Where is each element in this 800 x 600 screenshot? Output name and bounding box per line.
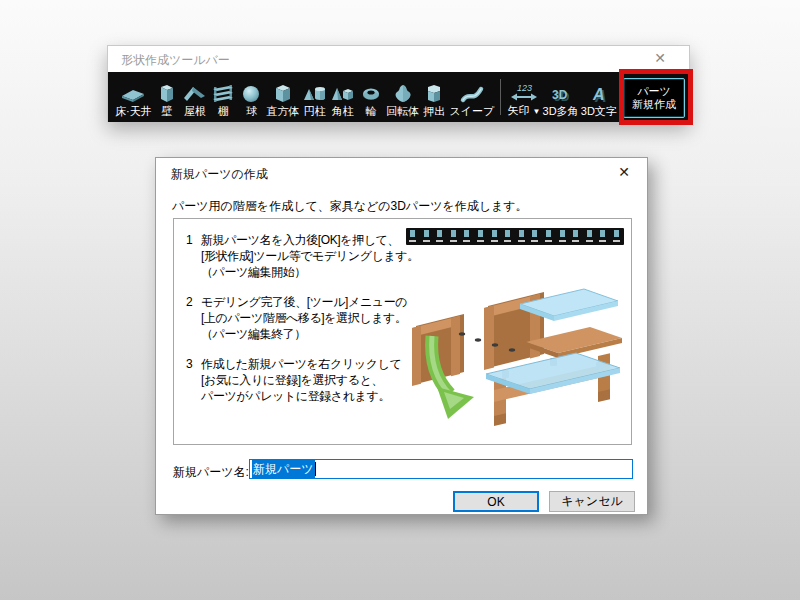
new-part-button-line2: 新規作成: [632, 98, 676, 111]
toolbar-item-label: 押出: [423, 105, 445, 118]
torus-icon: [358, 83, 384, 105]
toolbar-item-3d-polygon[interactable]: 3D 3D 3D多角: [541, 76, 579, 118]
box-icon: [270, 83, 296, 105]
toolbar-title: 形状作成ツールバー: [121, 52, 230, 69]
toolbar-item-label: 屋根: [184, 105, 206, 118]
mini-toolbar-image: [406, 228, 624, 245]
toolbar-separator: [500, 79, 501, 115]
svg-text:3D: 3D: [552, 88, 568, 102]
table-assembly-illustration: [404, 228, 626, 438]
sphere-icon: [238, 83, 264, 105]
roof-icon: [182, 83, 208, 105]
step-2: 2 モデリング完了後、[ツール]メニューの [上のパーツ階層へ移る]を選択します…: [186, 294, 408, 342]
sweep-icon: [459, 83, 485, 105]
step-1: 1 新規パーツ名を入力後[OK]を押して、 [形状作成]ツール等でモデリングしま…: [186, 232, 408, 280]
text-caret: [315, 462, 316, 476]
toolbar-item-arrow[interactable]: 123 矢印 ▼: [506, 76, 541, 118]
toolbar-item-label: 3D多角: [543, 105, 579, 118]
instruction-steps: 1 新規パーツ名を入力後[OK]を押して、 [形状作成]ツール等でモデリングしま…: [186, 232, 408, 418]
3d-text-icon: A A: [586, 83, 612, 105]
new-part-create-button[interactable]: パーツ 新規作成: [623, 78, 685, 118]
toolbar-item-cylinder[interactable]: 円柱: [301, 76, 329, 118]
toolbar-item-label: 角柱: [332, 105, 354, 118]
toolbar-item-label: 球: [246, 105, 257, 118]
toolbar-item-3d-text[interactable]: A A 3D文字: [580, 76, 618, 118]
toolbar-item-label: 壁: [161, 105, 172, 118]
toolbar-item-label: 直方体: [267, 105, 300, 118]
toolbar-item-shelf[interactable]: 棚: [209, 76, 237, 118]
toolbar-item-roof[interactable]: 屋根: [181, 76, 209, 118]
svg-text:A: A: [592, 86, 605, 103]
ok-button[interactable]: OK: [453, 491, 539, 512]
toolbar-item-prism[interactable]: 角柱: [329, 76, 357, 118]
toolbar-item-revolve[interactable]: 回転体: [385, 76, 420, 118]
revolve-icon: [390, 83, 416, 105]
3d-polygon-icon: 3D 3D: [546, 83, 576, 105]
prism-icon: [330, 83, 356, 105]
toolbar-item-label: スイープ: [449, 105, 494, 118]
toolbar-item-sphere[interactable]: 球: [237, 76, 265, 118]
selected-input-text: 新規パーツ: [252, 460, 315, 479]
desktop-background: 形状作成ツールバー ✕ 床·天井: [0, 0, 800, 600]
toolbar-item-torus[interactable]: 輪: [357, 76, 385, 118]
svg-text:123: 123: [517, 83, 532, 93]
step-3: 3 作成した新規パーツを右クリックして [お気に入りに登録]を選択すると、 パー…: [186, 356, 408, 404]
cancel-button[interactable]: キャンセル: [549, 491, 635, 512]
chevron-down-icon: ▼: [532, 107, 540, 116]
floor-ceiling-icon: [120, 83, 146, 105]
toolbar-item-wall[interactable]: 壁: [153, 76, 181, 118]
toolbar-item-label: 輪: [366, 105, 377, 118]
shelf-icon: [210, 83, 236, 105]
toolbar-item-label: 3D文字: [581, 105, 617, 118]
toolbar-item-sweep[interactable]: スイープ: [448, 76, 495, 118]
toolbar-body: 床·天井 壁 屋根: [108, 72, 689, 122]
extrude-icon: [421, 83, 447, 105]
toolbar-item-label: 棚: [218, 105, 229, 118]
new-part-button-line1: パーツ: [637, 85, 671, 98]
instruction-panel: 1 新規パーツ名を入力後[OK]を押して、 [形状作成]ツール等でモデリングしま…: [173, 218, 632, 445]
toolbar-item-floor-ceiling[interactable]: 床·天井: [114, 76, 153, 118]
toolbar-item-box[interactable]: 直方体: [265, 76, 300, 118]
cylinder-icon: [302, 83, 328, 105]
close-icon[interactable]: ✕: [614, 164, 634, 180]
new-part-name-label: 新規パーツ名:: [173, 464, 249, 481]
close-icon[interactable]: ✕: [651, 50, 669, 66]
wall-icon: [154, 83, 180, 105]
dialog-subtitle: パーツ用の階層を作成して、家具などの3Dパーツを作成します。: [172, 198, 528, 215]
arrow-icon: 123: [509, 82, 539, 104]
toolbar-titlebar[interactable]: 形状作成ツールバー ✕: [108, 46, 689, 72]
shape-toolbar-window: 形状作成ツールバー ✕ 床·天井: [107, 45, 690, 122]
toolbar-item-label: 床·天井: [115, 105, 152, 118]
dialog-title: 新規パーツの作成: [171, 166, 268, 183]
exploded-table-image: [404, 250, 626, 435]
new-part-name-input[interactable]: 新規パーツ: [249, 459, 633, 479]
toolbar-item-label: 矢印 ▼: [507, 104, 540, 118]
toolbar-item-extrude[interactable]: 押出: [420, 76, 448, 118]
new-part-dialog: 新規パーツの作成 ✕ パーツ用の階層を作成して、家具などの3Dパーツを作成します…: [155, 157, 648, 515]
toolbar-item-label: 回転体: [386, 105, 419, 118]
toolbar-item-label: 円柱: [304, 105, 326, 118]
